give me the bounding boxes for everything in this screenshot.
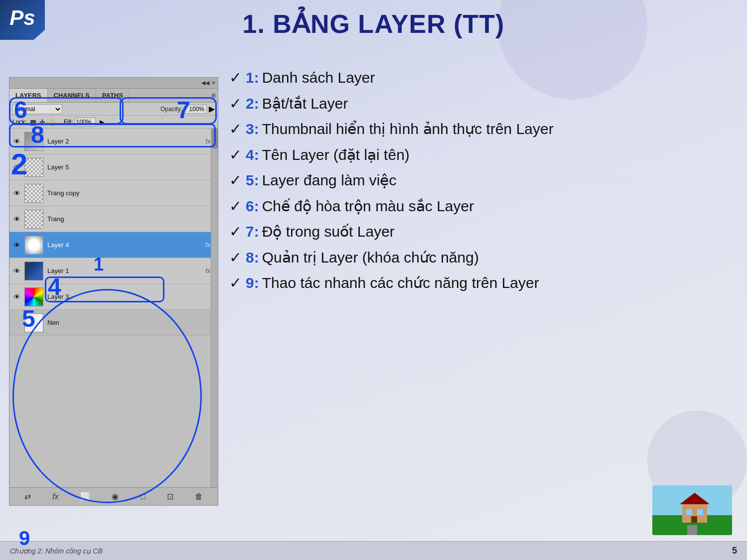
panel-menu-icon[interactable]: ≡ [211, 91, 216, 100]
panel-topbar-icons: ◀◀ ✕ [201, 80, 216, 86]
checkmark-icon: ✓ [229, 169, 242, 191]
lock-all-icon[interactable]: 🔒 [48, 118, 57, 126]
checkmark-icon: ✓ [229, 247, 242, 269]
check-item-4: ✓ 4: Tên Layer (đặt lại tên) [229, 142, 737, 168]
layer-eye-icon[interactable]: 👁 [11, 266, 22, 277]
house-svg [652, 485, 732, 535]
annotation-num-6: 6 [14, 96, 27, 124]
check-item-3: ✓ 3: Thumbnail hiển thị hình ảnh thực tr… [229, 116, 737, 142]
item-number-1: 1: [246, 67, 259, 89]
item-text-8: Quản trị Layer (khóa chức năng) [262, 247, 479, 269]
annotation-num-5: 5 [22, 305, 35, 332]
title-area: 1. BẢNG LAYER (TT) [0, 9, 747, 39]
annotation-num-7: 7 [177, 96, 190, 124]
mask-button[interactable]: ⬜ [78, 491, 92, 502]
item-number-7: 7: [246, 221, 259, 243]
fill-arrow[interactable]: ▶ [100, 119, 104, 126]
page-title: 1. BẢNG LAYER (TT) [0, 9, 747, 39]
item-text-2: Bật/tắt Layer [262, 93, 348, 115]
content-area: ✓ 1: Danh sách Layer ✓ 2: Bật/tắt Layer … [229, 65, 737, 540]
page-number: 5 [732, 546, 737, 556]
opacity-arrow[interactable]: ▶ [209, 104, 215, 114]
group-button[interactable]: □ [139, 491, 148, 502]
tab-channels[interactable]: CHANNELS [48, 89, 96, 102]
item-text-7: Độ trong suốt Layer [262, 221, 395, 243]
checkmark-icon: ✓ [229, 272, 242, 294]
layer-name: Layer 2 [47, 138, 203, 145]
svg-rect-6 [691, 516, 697, 523]
layer-item[interactable]: 👁 Trang copy [9, 180, 218, 206]
link-layers-button[interactable]: ⇄ [22, 491, 33, 502]
layer-eye-icon[interactable]: 👁 [11, 136, 22, 147]
item-text-3: Thumbnail hiển thị hình ảnh thực trên La… [262, 118, 554, 140]
annotation-num-1: 1 [94, 254, 104, 275]
item-number-8: 8: [246, 247, 259, 269]
new-layer-button[interactable]: ⊡ [165, 491, 175, 502]
fill-input[interactable] [75, 118, 96, 127]
ps-logo: Ps [0, 0, 45, 40]
layer-eye-icon[interactable] [11, 317, 22, 328]
item-number-9: 9: [246, 272, 259, 294]
house-image [652, 485, 732, 535]
item-text-1: Danh sách Layer [262, 67, 375, 89]
layer-name: Layer 4 [47, 241, 203, 249]
layer-name: Trang copy [47, 189, 216, 197]
layer-item[interactable]: 👁 Layer 3 [9, 284, 218, 310]
layer-item[interactable]: 👁 Layer 5 [9, 154, 218, 180]
layer-eye-icon[interactable]: 👁 [11, 214, 22, 225]
layer-name: Layer 1 [47, 267, 203, 275]
collapse-icon[interactable]: ◀◀ [201, 80, 209, 86]
checkmark-icon: ✓ [229, 144, 242, 166]
panel-topbar: ◀◀ ✕ [9, 78, 218, 89]
layer-item[interactable]: 👁 Layer 1 fx ▾ [9, 258, 218, 284]
checkmark-icon: ✓ [229, 118, 242, 140]
layer-name: Trang [47, 215, 216, 223]
layer-thumbnail [24, 184, 43, 203]
layer-item-active[interactable]: 👁 Layer 4 fx ▾ [9, 232, 218, 258]
house-thumbnail [652, 485, 732, 535]
scroll-bar[interactable] [211, 128, 218, 487]
item-number-2: 2: [246, 93, 259, 115]
item-number-3: 3: [246, 118, 259, 140]
item-text-9: Thao tác nhanh các chức năng trên Layer [262, 272, 539, 294]
checkmark-icon: ✓ [229, 93, 242, 115]
check-item-5: ✓ 5: Layer đang làm việc [229, 167, 737, 193]
annotation-num-8: 8 [31, 121, 44, 148]
panel-bottom-toolbar: ⇄ fx ⬜ ◉ □ ⊡ 🗑 [9, 487, 218, 505]
check-item-2: ✓ 2: Bật/tắt Layer [229, 91, 737, 117]
thumb-img [25, 288, 43, 306]
item-text-4: Tên Layer (đặt lại tên) [262, 144, 410, 166]
checkmark-icon: ✓ [229, 221, 242, 243]
annotation-num-2: 2 [11, 147, 27, 181]
delete-button[interactable]: 🗑 [193, 491, 205, 502]
layer-name: Layer 3 [47, 293, 216, 300]
check-item-6: ✓ 6: Chế độ hòa trộn màu sắc Layer [229, 193, 737, 219]
layer-item[interactable]: Nen [9, 310, 218, 336]
layer-name: Layer 5 [47, 163, 216, 171]
layer-eye-icon[interactable]: 👁 [11, 240, 22, 251]
layer-list: 👁 Layer 2 fx ▾ 👁 Layer 5 👁 Trang copy 👁 [9, 129, 218, 336]
adjustment-button[interactable]: ◉ [110, 491, 121, 502]
layer-eye-icon[interactable]: 👁 [11, 188, 22, 199]
checkmark-icon: ✓ [229, 67, 242, 89]
item-text-5: Layer đang làm việc [262, 169, 397, 191]
close-icon[interactable]: ✕ [211, 80, 216, 86]
svg-rect-4 [686, 509, 692, 515]
layer-eye-icon[interactable]: 👁 [11, 291, 22, 302]
svg-rect-5 [697, 509, 703, 515]
item-number-4: 4: [246, 144, 259, 166]
check-item-9: ✓ 9: Thao tác nhanh các chức năng trên L… [229, 270, 737, 296]
scroll-thumb [212, 129, 218, 148]
ps-logo-text: Ps [9, 6, 35, 30]
thumb-img [25, 262, 43, 280]
layer-item[interactable]: 👁 Trang [9, 206, 218, 232]
fx-button[interactable]: fx [50, 491, 60, 502]
fill-area: Fill: [64, 118, 96, 127]
check-item-1: ✓ 1: Danh sách Layer [229, 65, 737, 91]
layer-name: Nen [47, 319, 216, 326]
svg-rect-7 [687, 525, 697, 535]
annotation-num-9: 9 [19, 527, 30, 550]
item-number-6: 6: [246, 195, 259, 217]
tab-paths[interactable]: PATHS [96, 89, 130, 102]
checkmark-icon: ✓ [229, 195, 242, 217]
